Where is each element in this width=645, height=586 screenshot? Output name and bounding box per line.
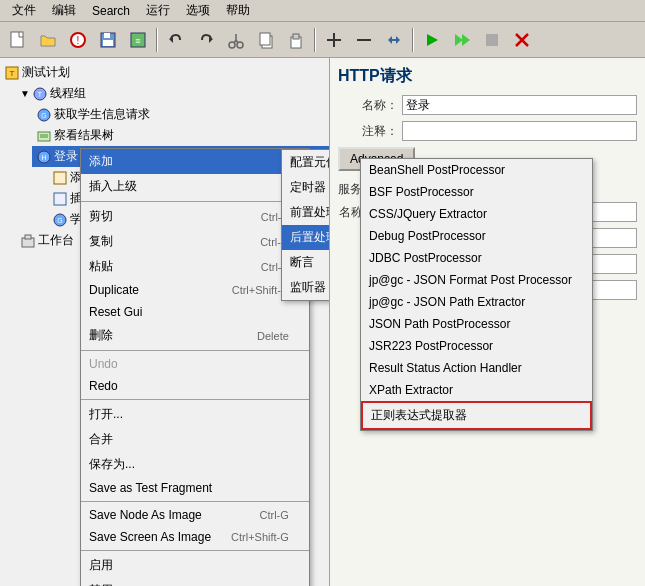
post-regex[interactable]: 正则表达式提取器 bbox=[361, 401, 592, 430]
left-panel: T 测试计划 ▼ T 线程组 G 获取学生信息请求 bbox=[0, 58, 330, 586]
ctx-duplicate[interactable]: Duplicate Ctrl+Shift-C bbox=[81, 279, 309, 301]
post-jdbc-label: JDBC PostProcessor bbox=[369, 251, 482, 265]
sub-listener[interactable]: 监听器 ▶ bbox=[282, 275, 330, 300]
sub-postprocessor[interactable]: 后置处理器 ▶ bbox=[282, 225, 330, 250]
name-label: 名称： bbox=[338, 97, 398, 114]
ctx-open-label: 打开... bbox=[89, 406, 123, 423]
sub-listener-label: 监听器 bbox=[290, 279, 326, 296]
ctx-duplicate-shortcut: Ctrl+Shift-C bbox=[212, 284, 289, 296]
ctx-cut[interactable]: 剪切 Ctrl-X bbox=[81, 204, 309, 229]
ctx-delete[interactable]: 删除 Delete bbox=[81, 323, 309, 348]
ctx-merge[interactable]: 合并 bbox=[81, 427, 309, 452]
menu-search[interactable]: Search bbox=[84, 2, 138, 20]
ctx-add[interactable]: 添加 ▶ bbox=[81, 149, 309, 174]
add-node-button[interactable] bbox=[320, 26, 348, 54]
main-area: T 测试计划 ▼ T 线程组 G 获取学生信息请求 bbox=[0, 58, 645, 586]
ctx-paste[interactable]: 粘贴 Ctrl-V bbox=[81, 254, 309, 279]
sub-config-label: 配置元件 bbox=[290, 154, 330, 171]
post-jdbc[interactable]: JDBC PostProcessor bbox=[361, 247, 592, 269]
menu-edit[interactable]: 编辑 bbox=[44, 0, 84, 21]
move-button[interactable] bbox=[380, 26, 408, 54]
export-button[interactable]: ≡ bbox=[124, 26, 152, 54]
view-result-label: 察看结果树 bbox=[54, 127, 114, 144]
tree-item-get-student[interactable]: G 获取学生信息请求 bbox=[32, 104, 329, 125]
paste-button[interactable] bbox=[282, 26, 310, 54]
ctx-enable[interactable]: 启用 bbox=[81, 553, 309, 578]
svg-text:H: H bbox=[41, 154, 46, 161]
ctx-save-screen-image[interactable]: Save Screen As Image Ctrl+Shift-G bbox=[81, 526, 309, 548]
post-debug[interactable]: Debug PostProcessor bbox=[361, 225, 592, 247]
ctx-sep-3 bbox=[81, 399, 309, 400]
post-json-path-extract[interactable]: jp@gc - JSON Path Extractor bbox=[361, 291, 592, 313]
toolbar-sep-3 bbox=[412, 28, 414, 52]
add-icon-tree bbox=[52, 170, 68, 186]
test-plan-label: 测试计划 bbox=[22, 64, 70, 81]
ctx-enable-label: 启用 bbox=[89, 557, 113, 574]
ctx-save-node-image[interactable]: Save Node As Image Ctrl-G bbox=[81, 504, 309, 526]
ctx-disable[interactable]: 禁用 bbox=[81, 578, 309, 586]
ctx-redo[interactable]: Redo bbox=[81, 375, 309, 397]
ctx-delete-shortcut: Delete bbox=[237, 330, 289, 342]
ctx-sep-5 bbox=[81, 550, 309, 551]
remove-node-button[interactable] bbox=[350, 26, 378, 54]
ctx-undo-label: Undo bbox=[89, 357, 118, 371]
post-jsr223[interactable]: JSR223 PostProcessor bbox=[361, 335, 592, 357]
sub-preprocessor[interactable]: 前置处理器 ▶ bbox=[282, 200, 330, 225]
post-json-format[interactable]: jp@gc - JSON Format Post Processor bbox=[361, 269, 592, 291]
tree-item-view-result[interactable]: 察看结果树 bbox=[32, 125, 329, 146]
menu-run[interactable]: 运行 bbox=[138, 0, 178, 21]
ctx-reset-gui-label: Reset Gui bbox=[89, 305, 142, 319]
ctx-save-as[interactable]: 保存为... bbox=[81, 452, 309, 477]
play-all-button[interactable] bbox=[448, 26, 476, 54]
post-result-status[interactable]: Result Status Action Handler bbox=[361, 357, 592, 379]
post-beanshell[interactable]: BeanShell PostProcessor bbox=[361, 159, 592, 181]
undo-button[interactable] bbox=[162, 26, 190, 54]
play-button[interactable] bbox=[418, 26, 446, 54]
svg-text:G: G bbox=[41, 112, 46, 119]
shutdown-button[interactable] bbox=[508, 26, 536, 54]
tree-item-test-plan[interactable]: T 测试计划 bbox=[0, 62, 329, 83]
student-icon: G bbox=[52, 212, 68, 228]
post-xpath[interactable]: XPath Extractor bbox=[361, 379, 592, 401]
name-row: 名称： bbox=[338, 95, 637, 115]
post-json-format-label: jp@gc - JSON Format Post Processor bbox=[369, 273, 572, 287]
cut-button[interactable] bbox=[222, 26, 250, 54]
ctx-reset-gui[interactable]: Reset Gui bbox=[81, 301, 309, 323]
sub-preprocessor-label: 前置处理器 bbox=[290, 204, 330, 221]
sub-assertion[interactable]: 断言 ▶ bbox=[282, 250, 330, 275]
ctx-open[interactable]: 打开... bbox=[81, 402, 309, 427]
view-result-icon bbox=[36, 128, 52, 144]
tree-item-thread-group[interactable]: ▼ T 线程组 bbox=[16, 83, 329, 104]
post-css[interactable]: CSS/JQuery Extractor bbox=[361, 203, 592, 225]
svg-rect-4 bbox=[104, 33, 110, 38]
new-button[interactable] bbox=[4, 26, 32, 54]
svg-rect-41 bbox=[54, 193, 66, 205]
open-button[interactable] bbox=[34, 26, 62, 54]
ctx-save-fragment[interactable]: Save as Test Fragment bbox=[81, 477, 309, 499]
sub-timer[interactable]: 定时器 ▶ bbox=[282, 175, 330, 200]
copy-button[interactable] bbox=[252, 26, 280, 54]
post-jsr223-label: JSR223 PostProcessor bbox=[369, 339, 493, 353]
sub-config-element[interactable]: 配置元件 ▶ bbox=[282, 150, 330, 175]
ctx-undo[interactable]: Undo bbox=[81, 353, 309, 375]
post-json-post[interactable]: JSON Path PostProcessor bbox=[361, 313, 592, 335]
thread-expand-icon: ▼ bbox=[20, 88, 30, 99]
comment-input[interactable] bbox=[402, 121, 637, 141]
ctx-delete-label: 删除 bbox=[89, 327, 113, 344]
redo-button[interactable] bbox=[192, 26, 220, 54]
save-template-button[interactable]: ! bbox=[64, 26, 92, 54]
ctx-copy[interactable]: 复制 Ctrl-C bbox=[81, 229, 309, 254]
right-panel: HTTP请求 名称： 注释： Advanced 服务器 名称或IP： 路径： u… bbox=[330, 58, 645, 586]
post-bsf[interactable]: BSF PostProcessor bbox=[361, 181, 592, 203]
stop-button[interactable] bbox=[478, 26, 506, 54]
ctx-insert[interactable]: 插入上级 ▶ bbox=[81, 174, 309, 199]
menu-file[interactable]: 文件 bbox=[4, 0, 44, 21]
toolbar: ! ≡ bbox=[0, 22, 645, 58]
svg-rect-21 bbox=[357, 39, 371, 41]
thread-group-icon: T bbox=[32, 86, 48, 102]
save-button[interactable] bbox=[94, 26, 122, 54]
name-input[interactable] bbox=[402, 95, 637, 115]
menu-help[interactable]: 帮助 bbox=[218, 0, 258, 21]
menu-options[interactable]: 选项 bbox=[178, 0, 218, 21]
post-result-status-label: Result Status Action Handler bbox=[369, 361, 522, 375]
